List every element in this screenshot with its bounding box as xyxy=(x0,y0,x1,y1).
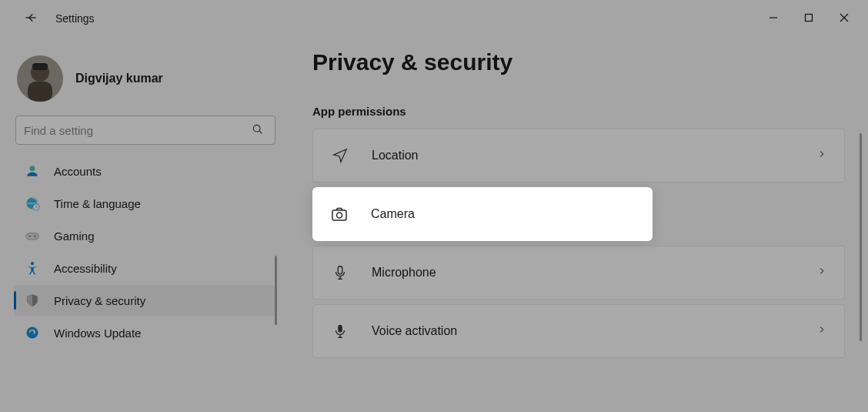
sidebar-item-label: Windows Update xyxy=(54,327,141,340)
avatar xyxy=(17,55,63,102)
page-title: Privacy & security xyxy=(312,49,845,75)
back-arrow-icon xyxy=(24,11,38,27)
sidebar-item-accessibility[interactable]: Accessibility xyxy=(14,253,277,283)
setting-item-voice-activation[interactable]: Voice activation xyxy=(312,304,845,358)
svg-rect-4 xyxy=(32,63,48,70)
sidebar-item-label: Time & language xyxy=(54,197,141,210)
main-content: Privacy & security App permissions Locat… xyxy=(285,37,868,412)
gaming-icon xyxy=(25,228,40,243)
settings-window: Settings xyxy=(0,0,868,412)
svg-point-11 xyxy=(34,236,35,237)
svg-point-12 xyxy=(31,262,34,265)
voice-activation-icon xyxy=(330,321,350,341)
svg-point-5 xyxy=(253,125,260,132)
sidebar-nav: Accounts Time & language xyxy=(14,156,277,348)
sidebar-item-time-language[interactable]: Time & language xyxy=(14,188,277,219)
chevron-right-icon xyxy=(816,149,827,162)
sidebar-item-label: Accessibility xyxy=(54,262,117,275)
setting-label: Voice activation xyxy=(372,324,457,338)
section-title: App permissions xyxy=(312,105,845,118)
window-controls xyxy=(756,3,862,34)
accounts-icon xyxy=(25,163,40,179)
sidebar-item-privacy-security[interactable]: Privacy & security xyxy=(14,285,277,316)
sidebar-item-windows-update[interactable]: Windows Update xyxy=(14,317,277,348)
accessibility-icon xyxy=(25,260,40,276)
svg-rect-0 xyxy=(806,15,813,22)
windows-update-icon xyxy=(25,325,40,340)
location-icon xyxy=(330,146,350,166)
app-title: Settings xyxy=(55,12,95,25)
setting-label: Microphone xyxy=(372,266,436,280)
sidebar-scrollbar-thumb[interactable] xyxy=(275,256,277,325)
sidebar: Digvijay kumar xyxy=(0,37,285,412)
svg-rect-3 xyxy=(28,82,52,102)
setting-item-camera[interactable]: Camera xyxy=(312,187,653,241)
body: Digvijay kumar xyxy=(0,37,868,412)
close-button[interactable] xyxy=(826,3,862,34)
svg-rect-9 xyxy=(26,233,39,239)
svg-rect-14 xyxy=(332,210,346,220)
sidebar-item-label: Gaming xyxy=(54,229,95,243)
search-button[interactable] xyxy=(247,119,269,141)
main-scrollbar-thumb[interactable] xyxy=(860,133,862,341)
chevron-right-icon xyxy=(816,266,827,280)
user-name: Digvijay kumar xyxy=(75,72,163,85)
search-icon xyxy=(252,123,264,138)
svg-point-15 xyxy=(337,213,342,218)
back-button[interactable] xyxy=(15,3,46,34)
chevron-right-icon xyxy=(816,324,827,338)
close-icon xyxy=(840,12,849,25)
camera-icon xyxy=(329,204,349,224)
title-bar: Settings xyxy=(0,0,868,37)
app-permissions-list: Location Camera xyxy=(312,129,845,358)
sidebar-item-label: Accounts xyxy=(54,165,102,178)
setting-label: Location xyxy=(372,149,419,162)
setting-item-location[interactable]: Location xyxy=(312,129,845,183)
sidebar-item-label: Privacy & security xyxy=(54,294,145,307)
minimize-icon xyxy=(769,12,778,25)
user-profile[interactable]: Digvijay kumar xyxy=(14,48,277,109)
svg-rect-17 xyxy=(338,325,342,333)
microphone-icon xyxy=(330,263,350,283)
maximize-button[interactable] xyxy=(791,3,826,34)
maximize-icon xyxy=(804,12,813,25)
svg-rect-16 xyxy=(338,266,342,274)
svg-point-10 xyxy=(29,236,31,237)
svg-point-6 xyxy=(30,166,35,171)
privacy-security-icon xyxy=(25,293,40,308)
sidebar-item-gaming[interactable]: Gaming xyxy=(14,220,277,251)
svg-point-13 xyxy=(27,327,38,339)
minimize-button[interactable] xyxy=(756,3,791,34)
sidebar-item-accounts[interactable]: Accounts xyxy=(14,156,277,186)
setting-item-microphone[interactable]: Microphone xyxy=(312,246,845,300)
search-input[interactable] xyxy=(24,124,247,137)
setting-label: Camera xyxy=(371,207,415,221)
time-language-icon xyxy=(25,196,40,211)
search-box[interactable] xyxy=(15,116,275,145)
